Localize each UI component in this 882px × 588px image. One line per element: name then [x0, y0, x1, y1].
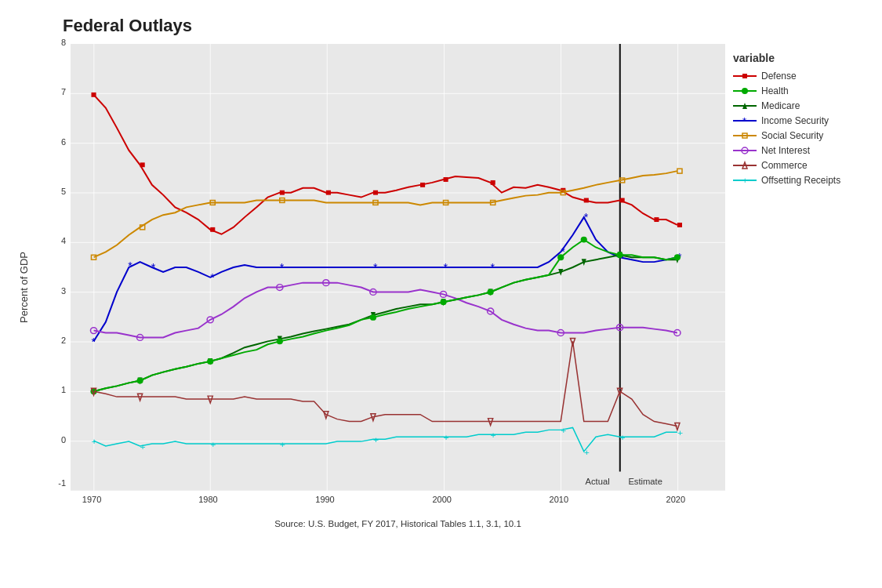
svg-text:+: +: [584, 447, 590, 458]
commerce-markers: [91, 338, 679, 430]
legend-commerce-icon: [733, 160, 757, 171]
income-security-markers: * * * * * * * * * * * *: [91, 211, 682, 348]
svg-rect-21: [373, 191, 378, 195]
legend-item-defense: Defense: [733, 71, 870, 82]
y-tick-4: 4: [61, 236, 66, 245]
svg-rect-24: [491, 180, 495, 185]
y-tick-neg1: -1: [58, 478, 66, 488]
y-tick-7: 7: [61, 87, 66, 96]
svg-text:+: +: [620, 432, 626, 443]
svg-rect-17: [140, 162, 145, 167]
actual-label: Actual: [586, 477, 610, 486]
svg-text:+: +: [140, 441, 146, 452]
social-security-line: [94, 171, 677, 257]
svg-point-76: [207, 358, 213, 365]
income-security-line: [94, 217, 677, 341]
legend-item-health: Health: [733, 85, 870, 96]
legend-net-interest-label: Net Interest: [761, 145, 810, 156]
legend-offsetting-icon: +: [733, 175, 757, 186]
svg-text:+: +: [677, 427, 683, 438]
plot-wrapper: Actual Estimate: [31, 44, 725, 530]
svg-rect-18: [210, 227, 215, 232]
svg-rect-16: [91, 93, 96, 97]
legend-commerce-label: Commerce: [761, 160, 808, 171]
x-tick-2010: 2010: [550, 495, 568, 504]
x-tick-1970: 1970: [82, 495, 101, 504]
x-tick-1980: 1980: [198, 495, 217, 504]
svg-text:*: *: [584, 211, 589, 223]
legend-item-social-security: Social Security: [733, 130, 870, 141]
offsetting-markers: + + + + + + + + + + +: [91, 425, 683, 457]
chart-container: Federal Outlays Percent of GDP: [0, 0, 882, 588]
chart-area: Percent of GDP: [16, 44, 874, 530]
y-tick-6: 6: [61, 137, 66, 147]
svg-point-82: [581, 237, 587, 243]
plot-and-legend: Actual Estimate: [31, 44, 874, 530]
net-interest-line: [94, 283, 677, 338]
x-tick-2000: 2000: [432, 495, 451, 504]
health-line: [94, 240, 677, 392]
y-tick-3: 3: [61, 286, 66, 296]
chart-svg: Actual Estimate: [71, 44, 725, 491]
defense-line: [94, 95, 677, 234]
medicare-markers: [91, 252, 679, 395]
legend-item-offsetting: + Offsetting Receipts: [733, 175, 870, 186]
legend-item-net-interest: Net Interest: [733, 145, 870, 156]
y-axis-ticks: 7 6 5 4 3 2 1 0 -1 8: [31, 44, 71, 491]
svg-point-78: [370, 314, 376, 321]
svg-point-81: [557, 254, 564, 260]
y-tick-1: 1: [61, 385, 66, 394]
x-axis-ticks: 1970 1980 1990 2000 2010 2020: [71, 495, 725, 510]
svg-point-77: [277, 338, 283, 344]
svg-text:*: *: [91, 336, 96, 348]
legend-defense-icon: [733, 71, 757, 82]
legend-income-label: Income Security: [761, 115, 829, 126]
legend-income-icon: *: [733, 115, 757, 126]
svg-text:+: +: [742, 176, 747, 185]
svg-rect-22: [420, 183, 425, 187]
svg-rect-23: [444, 177, 448, 182]
estimate-label: Estimate: [628, 477, 662, 486]
chart-title: Federal Outlays: [63, 16, 874, 36]
svg-rect-26: [584, 198, 589, 203]
svg-text:+: +: [561, 425, 566, 436]
source-label: Source: U.S. Budget, FY 2017, Historical…: [71, 519, 725, 528]
svg-rect-29: [677, 223, 682, 227]
svg-text:+: +: [210, 439, 216, 450]
y-tick-8: 8: [61, 38, 66, 47]
legend-medicare-icon: [733, 100, 757, 111]
legend-health-label: Health: [761, 85, 789, 96]
legend-defense-label: Defense: [761, 71, 797, 82]
svg-rect-106: [742, 74, 747, 78]
svg-text:+: +: [491, 430, 496, 441]
legend-net-interest-icon: [733, 145, 757, 156]
svg-text:*: *: [444, 261, 448, 274]
svg-point-79: [440, 299, 446, 305]
svg-text:+: +: [91, 436, 96, 447]
commerce-line: [94, 341, 677, 426]
svg-point-84: [674, 254, 681, 260]
legend-health-icon: [733, 85, 757, 96]
svg-text:+: +: [373, 434, 379, 445]
x-tick-2020: 2020: [666, 495, 685, 504]
offsetting-line: [94, 427, 677, 451]
legend-social-label: Social Security: [761, 130, 823, 141]
svg-text:+: +: [280, 439, 285, 450]
svg-rect-28: [654, 217, 659, 222]
svg-point-108: [742, 88, 748, 94]
svg-text:*: *: [128, 260, 132, 272]
legend-medicare-label: Medicare: [761, 100, 800, 111]
svg-text:*: *: [742, 115, 746, 126]
svg-text:*: *: [373, 261, 378, 274]
legend-item-commerce: Commerce: [733, 160, 870, 171]
svg-point-80: [488, 289, 494, 296]
svg-text:*: *: [151, 261, 156, 274]
svg-point-83: [617, 252, 623, 258]
legend-social-icon: [733, 130, 757, 141]
svg-text:*: *: [491, 261, 495, 274]
y-axis-label: Percent of GDP: [16, 44, 31, 530]
legend-offsetting-label: Offsetting Receipts: [761, 175, 840, 186]
legend: variable Defense Health: [725, 44, 874, 530]
svg-text:*: *: [280, 261, 285, 274]
svg-rect-19: [280, 191, 285, 195]
